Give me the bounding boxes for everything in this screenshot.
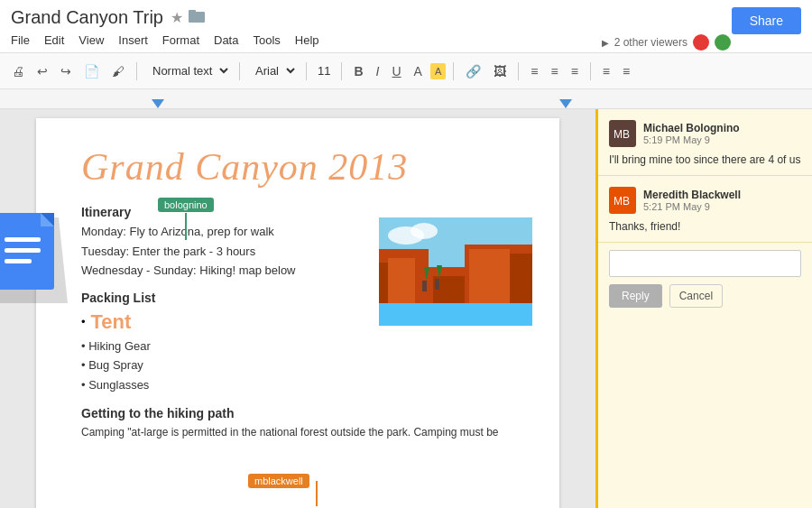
copy-format-button[interactable]: 📄: [79, 61, 104, 81]
comment-1-author: Michael Bolognino: [643, 122, 801, 134]
paint-format-button[interactable]: 🖌: [107, 61, 129, 81]
main-area: bolognino Grand Canyon 2013 Itinerary Mo…: [0, 109, 812, 508]
play-icon: ▶: [602, 38, 609, 48]
reply-button[interactable]: Reply: [609, 284, 662, 308]
font-family-select[interactable]: Arial: [247, 60, 299, 81]
svg-rect-7: [5, 248, 41, 253]
comment-2-text: Thanks, friend!: [609, 219, 801, 235]
bullet-tent: •: [81, 315, 86, 328]
toolbar: 🖨 ↩ ↪ 📄 🖌 Normal text Arial 11 B I U A A…: [0, 53, 812, 89]
tent-item: Tent: [91, 310, 132, 334]
pack-item-4: • Sunglasses: [81, 376, 514, 394]
comment-panel: MB Michael Bolognino 5:19 PM May 9 I'll …: [595, 109, 812, 508]
align-center-button[interactable]: ≡: [618, 61, 634, 81]
comment-1: MB Michael Bolognino 5:19 PM May 9 I'll …: [598, 109, 812, 176]
cursor-line-mblackwell: [316, 481, 318, 506]
comment-1-header: MB Michael Bolognino 5:19 PM May 9: [609, 120, 801, 147]
image-button[interactable]: 🖼: [489, 61, 511, 81]
menu-data[interactable]: Data: [214, 32, 238, 49]
gdocs-icon: [0, 208, 72, 303]
comment-2-avatar: MB: [609, 187, 636, 214]
comment-2-meta: Meredith Blackwell 5:21 PM May 9: [643, 189, 801, 212]
svg-rect-1: [189, 10, 196, 14]
pack-item-3: • Bug Spray: [81, 356, 514, 374]
toolbar-divider-7: [590, 62, 591, 80]
viewers-text: 2 other viewers: [614, 36, 687, 49]
menu-view[interactable]: View: [78, 32, 104, 49]
cursor-bolognino: bolognino: [158, 198, 214, 212]
toolbar-divider-3: [306, 62, 307, 80]
svg-rect-20: [379, 303, 532, 326]
comment-1-text: I'll bring mine too since there are 4 of…: [609, 152, 801, 168]
comment-actions: Reply Cancel: [609, 284, 801, 308]
font-style-select[interactable]: Normal text: [144, 60, 232, 81]
ruler: [0, 89, 812, 109]
footer-title: Getting to the hiking path: [81, 406, 514, 420]
svg-text:MB: MB: [614, 128, 630, 141]
reply-input[interactable]: [609, 250, 801, 277]
doc-page: bolognino Grand Canyon 2013 Itinerary Mo…: [36, 118, 559, 508]
bold-button[interactable]: B: [349, 61, 367, 81]
doc-area: bolognino Grand Canyon 2013 Itinerary Mo…: [0, 109, 595, 508]
menu-format[interactable]: Format: [162, 32, 199, 49]
font-size: 11: [314, 62, 334, 79]
undo-button[interactable]: ↩: [32, 61, 52, 81]
toolbar-divider-4: [341, 62, 342, 80]
ruler-marker-right: [559, 99, 572, 108]
share-button[interactable]: Share: [732, 7, 801, 34]
svg-rect-6: [5, 237, 41, 242]
text-color-button[interactable]: A: [410, 61, 427, 81]
highlight-button[interactable]: A: [430, 63, 446, 79]
cursor-mblackwell: mblackwell: [248, 474, 309, 488]
comment-2: MB Meredith Blackwell 5:21 PM May 9 Than…: [598, 176, 812, 243]
cursor-line-bolognino: [185, 213, 187, 240]
menu-help[interactable]: Help: [295, 32, 319, 49]
comment-1-time: 5:19 PM May 9: [643, 134, 801, 145]
viewer-dot-2: [715, 34, 731, 51]
cancel-button[interactable]: Cancel: [669, 284, 723, 308]
bullet-list-button[interactable]: ≡: [546, 61, 562, 81]
toolbar-divider-5: [453, 62, 454, 80]
comment-2-time: 5:21 PM May 9: [643, 201, 801, 212]
doc-heading: Grand Canyon 2013: [81, 145, 514, 189]
comment-1-meta: Michael Bolognino 5:19 PM May 9: [643, 122, 801, 145]
underline-button[interactable]: U: [387, 61, 405, 81]
menu-insert[interactable]: Insert: [118, 32, 148, 49]
toolbar-divider-6: [518, 62, 519, 80]
canyon-illustration: [379, 217, 532, 326]
align-left-button[interactable]: ≡: [598, 61, 614, 81]
footer-text: Camping "at-large is permitted in the na…: [81, 424, 514, 440]
svg-rect-21: [422, 281, 427, 291]
ruler-marker-left: [152, 99, 164, 108]
toolbar-divider-2: [239, 62, 240, 80]
italic-button[interactable]: I: [372, 61, 384, 81]
folder-icon[interactable]: [189, 10, 205, 25]
svg-text:MB: MB: [614, 195, 630, 208]
title-bar: Grand Canyon Trip ★ Share ▶ 2 other view…: [0, 0, 812, 30]
menu-file[interactable]: File: [11, 32, 30, 49]
pack-item-2: • Hiking Gear: [81, 337, 514, 356]
redo-button[interactable]: ↪: [56, 61, 76, 81]
menu-edit[interactable]: Edit: [44, 32, 64, 49]
comment-2-header: MB Meredith Blackwell 5:21 PM May 9: [609, 187, 801, 214]
svg-rect-8: [5, 259, 32, 263]
comment-2-author: Meredith Blackwell: [643, 189, 801, 201]
viewer-dot-1: [693, 34, 709, 51]
svg-point-11: [411, 223, 438, 239]
reply-area: Reply Cancel: [598, 243, 812, 317]
print-button[interactable]: 🖨: [7, 61, 29, 81]
comment-1-avatar: MB: [609, 120, 636, 147]
doc-title: Grand Canyon Trip: [11, 7, 163, 28]
toolbar-divider-1: [136, 62, 137, 80]
link-button[interactable]: 🔗: [461, 61, 485, 81]
viewers-bar: ▶ 2 other viewers: [602, 34, 731, 51]
menu-tools[interactable]: Tools: [253, 32, 280, 49]
svg-rect-23: [435, 279, 439, 290]
indent-button[interactable]: ≡: [567, 61, 583, 81]
star-icon[interactable]: ★: [171, 9, 183, 26]
numbered-list-button[interactable]: ≡: [526, 61, 542, 81]
